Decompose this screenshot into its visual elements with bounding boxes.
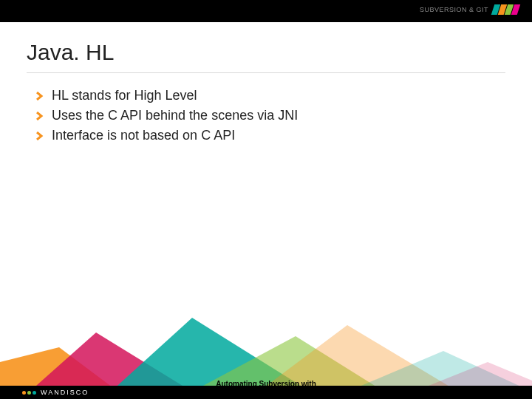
list-item: HL stands for High Level	[35, 88, 532, 103]
dot-icon	[33, 391, 36, 395]
chevron-icon	[35, 112, 44, 120]
title-divider	[27, 72, 505, 73]
bullet-text: Interface is not based on C API	[52, 128, 235, 143]
list-item: Uses the C API behind the scenes via JNI	[35, 108, 532, 123]
slide-title: Java. HL	[27, 40, 532, 65]
chevron-icon	[35, 92, 44, 100]
dot-icon	[27, 391, 31, 395]
bullet-text: HL stands for High Level	[52, 88, 197, 103]
footer-brand: WANDISCO	[41, 389, 89, 396]
bullet-text: Uses the C API behind the scenes via JNI	[52, 108, 298, 123]
footer-logo: WANDISCO	[22, 389, 89, 396]
header-logo: SUBVERSION & GIT	[420, 4, 519, 15]
svg-marker-1	[30, 332, 192, 392]
list-item: Interface is not based on C API	[35, 128, 532, 143]
svg-marker-0	[0, 347, 118, 392]
bullet-list: HL stands for High Level Uses the C API …	[35, 88, 532, 143]
footer-bar: WANDISCO	[0, 386, 532, 399]
header-tagline: SUBVERSION & GIT	[420, 6, 488, 13]
live-logo	[493, 4, 519, 15]
chevron-icon	[35, 132, 44, 140]
dot-icon	[22, 391, 26, 395]
